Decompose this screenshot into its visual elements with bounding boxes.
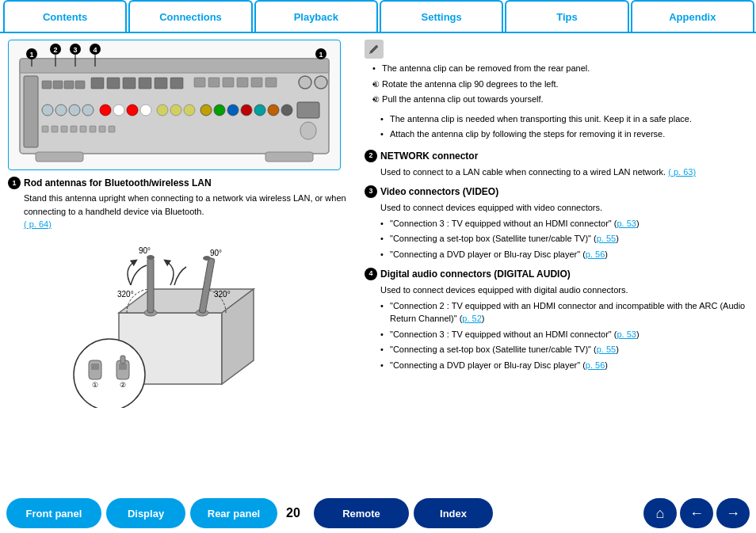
- svg-text:3: 3: [73, 46, 77, 54]
- svg-point-26: [140, 105, 151, 116]
- section-3: 3 Video connectors (VIDEO) Used to conne…: [365, 185, 748, 261]
- tab-appendix[interactable]: Appendix: [631, 0, 754, 32]
- index-button[interactable]: Index: [414, 498, 493, 528]
- svg-text:90°: 90°: [210, 249, 222, 257]
- back-button[interactable]: ←: [680, 498, 713, 528]
- section-3-bullet-1: "Connection 3 : TV equipped without an H…: [380, 217, 748, 230]
- svg-rect-17: [251, 78, 262, 87]
- svg-point-31: [214, 105, 225, 116]
- svg-rect-49: [36, 152, 83, 162]
- svg-rect-43: [61, 126, 67, 132]
- section-3-body: Used to connect devices equipped with vi…: [380, 201, 748, 261]
- svg-text:320°: 320°: [117, 290, 134, 299]
- svg-rect-14: [208, 78, 220, 87]
- tab-connections[interactable]: Connections: [128, 0, 252, 32]
- note-sub-list: The antenna clip is needed when transpor…: [380, 112, 748, 141]
- section-3-bullet-2: "Connecting a set-top box (Satellite tun…: [380, 232, 748, 246]
- section-2-title: 2 NETWORK connector: [365, 149, 748, 163]
- svg-point-22: [82, 105, 94, 116]
- svg-rect-70: [147, 257, 154, 313]
- display-button[interactable]: Display: [106, 498, 185, 528]
- top-navigation: Contents Connections Playback Settings T…: [0, 0, 756, 33]
- section-4-bullet-2: "Connection 3 : TV equipped without an H…: [380, 328, 748, 341]
- section-2-link[interactable]: ( p. 63): [668, 167, 696, 177]
- section-4-bullet-1: "Connection 2 : TV equipped with an HDMI…: [380, 299, 748, 326]
- section-4-bullet-3: "Connecting a set-top box (Satellite tun…: [380, 343, 748, 356]
- svg-point-39: [299, 76, 311, 89]
- svg-text:90°: 90°: [139, 246, 151, 255]
- note-item-4: The antenna clip is needed when transpor…: [380, 112, 748, 126]
- section-2-body: Used to connect to a LAN cable when conn…: [380, 166, 748, 179]
- svg-rect-7: [91, 78, 104, 89]
- section-1-title: 1 Rod antennas for Bluetooth/wireless LA…: [8, 177, 357, 189]
- svg-rect-18: [265, 78, 277, 87]
- svg-rect-12: [170, 78, 183, 89]
- svg-point-36: [281, 105, 292, 116]
- section-1-link[interactable]: ( p. 64): [24, 219, 52, 229]
- home-button[interactable]: ⌂: [643, 498, 677, 528]
- note-item-1: The antenna clip can be removed from the…: [372, 62, 748, 75]
- left-column: 1 2 3 4 1: [8, 40, 357, 487]
- section-1-body: Stand this antenna upright when connecti…: [24, 192, 357, 231]
- rear-panel-image: 1 2 3 4 1: [8, 40, 341, 170]
- antenna-diagram: 320° 90°: [8, 238, 341, 412]
- page-number: 20: [277, 506, 309, 520]
- section-4-body: Used to connect devices equipped with di…: [380, 284, 748, 371]
- svg-rect-47: [99, 126, 105, 132]
- svg-rect-50: [265, 152, 313, 162]
- svg-point-23: [100, 105, 111, 116]
- tab-playback[interactable]: Playback: [254, 0, 378, 32]
- section-num-4: 4: [365, 268, 377, 280]
- svg-rect-9: [123, 78, 136, 89]
- svg-rect-41: [42, 126, 48, 132]
- svg-text:2: 2: [53, 46, 57, 54]
- svg-rect-11: [155, 78, 167, 89]
- svg-text:①: ①: [92, 381, 98, 389]
- note-item-2: ① Rotate the antenna clip 90 degrees to …: [372, 78, 748, 91]
- svg-point-32: [227, 105, 239, 116]
- remote-button[interactable]: Remote: [314, 498, 409, 528]
- svg-point-20: [55, 105, 67, 116]
- bottom-navigation: Front panel Display Rear panel 20 Remote…: [0, 493, 756, 533]
- svg-point-40: [315, 76, 327, 89]
- svg-point-78: [74, 339, 145, 408]
- svg-rect-83: [119, 364, 127, 370]
- svg-rect-13: [194, 78, 205, 87]
- svg-point-19: [42, 105, 53, 116]
- note-section: The antenna clip can be removed from the…: [365, 40, 748, 141]
- section-4-title: 4 Digital audio connectors (DIGITAL AUDI…: [365, 267, 748, 281]
- tab-settings[interactable]: Settings: [380, 0, 503, 32]
- main-content: 1 2 3 4 1: [0, 33, 756, 493]
- forward-icon: →: [726, 505, 740, 522]
- svg-rect-84: [120, 356, 125, 364]
- svg-rect-3: [42, 81, 52, 89]
- tab-contents[interactable]: Contents: [3, 0, 127, 32]
- svg-point-24: [113, 105, 124, 116]
- svg-point-30: [200, 105, 212, 116]
- front-panel-button[interactable]: Front panel: [6, 498, 101, 528]
- tab-tips[interactable]: Tips: [505, 0, 628, 32]
- section-2: 2 NETWORK connector Used to connect to a…: [365, 149, 748, 179]
- svg-rect-46: [90, 126, 96, 132]
- svg-rect-8: [107, 78, 120, 89]
- back-icon: ←: [689, 505, 704, 522]
- home-icon: ⌂: [656, 505, 665, 522]
- svg-point-25: [127, 105, 138, 116]
- svg-rect-2: [24, 76, 38, 147]
- section-4-bullet-4: "Connecting a DVD player or Blu-ray Disc…: [380, 359, 748, 372]
- svg-rect-44: [71, 126, 77, 132]
- section-num-1: 1: [8, 177, 21, 189]
- svg-rect-6: [75, 81, 85, 89]
- svg-point-35: [268, 105, 279, 116]
- svg-text:320°: 320°: [214, 290, 231, 299]
- svg-rect-48: [109, 126, 115, 132]
- svg-rect-16: [237, 78, 248, 87]
- svg-rect-80: [91, 364, 99, 370]
- forward-button[interactable]: →: [716, 498, 750, 528]
- right-column: The antenna clip can be removed from the…: [365, 40, 748, 487]
- note-icon: [365, 40, 384, 59]
- svg-text:②: ②: [120, 381, 126, 389]
- svg-rect-15: [223, 78, 234, 87]
- svg-rect-42: [52, 126, 58, 132]
- rear-panel-button[interactable]: Rear panel: [190, 498, 277, 528]
